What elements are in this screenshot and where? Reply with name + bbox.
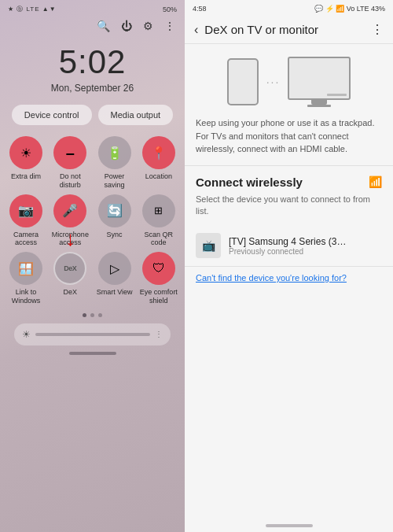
- settings-icon[interactable]: ⚙: [143, 20, 153, 32]
- back-button[interactable]: ‹: [194, 23, 198, 37]
- monitor-illustration: [288, 57, 351, 100]
- brightness-track: [35, 333, 151, 336]
- connect-wirelessly-section-header: Connect wirelessly 📶: [185, 166, 393, 194]
- eye-comfort-shield-label: Eye comfort shield: [139, 288, 178, 305]
- left-status-icons: ★ ⓑ LTE ▲▼: [8, 5, 57, 13]
- tile-dex[interactable]: ↓ DeX DeX: [50, 252, 90, 305]
- left-battery: 50%: [163, 6, 177, 13]
- camera-access-label: Camera access: [6, 231, 46, 248]
- tile-power-saving[interactable]: 🔋 Power saving: [95, 136, 134, 190]
- top-icons-row: 🔍 ⏻ ⚙ ⋮: [0, 17, 185, 35]
- power-saving-label: Power saving: [95, 172, 134, 190]
- device-name: [TV] Samsung 4 Series (3…: [229, 236, 382, 247]
- power-icon[interactable]: ⏻: [121, 20, 132, 32]
- dot-2: [90, 313, 94, 317]
- location-label: Location: [145, 172, 172, 181]
- right-status-bar: 4:58 💬 ⚡ 📶 Vo LTE 43%: [185, 0, 393, 16]
- home-bar: [69, 352, 116, 355]
- page-title: DeX on TV or monitor: [204, 23, 371, 36]
- tile-do-not-disturb[interactable]: – Do not disturb: [50, 136, 90, 190]
- sync-label: Sync: [107, 231, 123, 239]
- time-display: 5:02: [59, 43, 127, 81]
- do-not-disturb-label: Do not disturb: [50, 172, 90, 190]
- device-item[interactable]: 📺 [TV] Samsung 4 Series (3… Previously c…: [185, 225, 393, 266]
- tile-scan-qr[interactable]: ⊞ Scan QR code: [139, 194, 178, 248]
- monitor-illustration-wrap: [288, 57, 351, 107]
- extra-dim-icon: ☀: [9, 136, 42, 169]
- dex-label: DeX: [64, 288, 78, 297]
- connect-wirelessly-title: Connect wirelessly: [196, 175, 303, 189]
- tile-link-to-windows[interactable]: 🪟 Link to Windows: [6, 252, 46, 305]
- dot-1: [83, 313, 86, 317]
- action-buttons-row: Device control Media output: [12, 105, 173, 125]
- do-not-disturb-icon: –: [53, 136, 86, 169]
- connect-section-desc: Select the device you want to connect to…: [185, 194, 393, 226]
- scan-qr-label: Scan QR code: [139, 231, 178, 248]
- location-icon: 📍: [142, 136, 175, 169]
- connection-dots: ···: [266, 76, 281, 88]
- dex-icon: DeX: [53, 252, 86, 285]
- extra-dim-label: Extra dim: [11, 172, 41, 181]
- quick-tiles-grid: ☀ Extra dim – Do not disturb 🔋 Power sav…: [0, 136, 185, 305]
- dot-3: [98, 313, 102, 317]
- brightness-icon: ☀: [22, 329, 31, 340]
- page-dots: [83, 313, 102, 317]
- power-saving-icon: 🔋: [98, 136, 131, 169]
- right-header: ‹ DeX on TV or monitor ⋮: [185, 16, 393, 44]
- link-to-windows-label: Link to Windows: [6, 288, 46, 305]
- more-icon[interactable]: ⋮: [164, 20, 175, 32]
- right-status-icons: 💬 ⚡ 📶 Vo LTE 43%: [314, 5, 385, 13]
- left-status-bar: ★ ⓑ LTE ▲▼ 50%: [0, 0, 185, 17]
- wifi-icon: 📶: [369, 175, 382, 188]
- tile-eye-comfort-shield[interactable]: 🛡 Eye comfort shield: [139, 252, 178, 305]
- dex-illustration: ···: [185, 44, 393, 113]
- tile-extra-dim[interactable]: ☀ Extra dim: [6, 136, 46, 190]
- header-more-icon[interactable]: ⋮: [371, 22, 384, 37]
- sync-icon: 🔄: [98, 194, 131, 227]
- search-icon[interactable]: 🔍: [97, 20, 110, 32]
- right-time: 4:58: [193, 5, 207, 13]
- smart-view-icon: ▷: [98, 252, 131, 285]
- device-icon: 📺: [196, 233, 221, 258]
- red-arrow-icon: ↓: [65, 227, 75, 251]
- tile-camera-access[interactable]: 📷 Camera access: [6, 194, 46, 248]
- camera-access-icon: 📷: [9, 194, 42, 227]
- tile-sync[interactable]: 🔄 Sync: [95, 194, 134, 248]
- device-control-button[interactable]: Device control: [12, 105, 92, 125]
- date-display: Mon, September 26: [51, 83, 134, 94]
- spacer: [185, 294, 393, 524]
- monitor-bar: [327, 94, 347, 96]
- right-panel: 4:58 💬 ⚡ 📶 Vo LTE 43% ‹ DeX on TV or mon…: [185, 0, 393, 532]
- device-info: [TV] Samsung 4 Series (3… Previously con…: [229, 236, 382, 256]
- left-panel: ★ ⓑ LTE ▲▼ 50% 🔍 ⏻ ⚙ ⋮ 5:02 Mon, Septemb…: [0, 0, 185, 532]
- home-bar-right: [266, 524, 313, 527]
- brightness-bar[interactable]: ☀ ⋮: [14, 323, 171, 345]
- description-text: Keep using your phone or use it as a tra…: [185, 113, 393, 165]
- link-to-windows-icon: 🪟: [9, 252, 42, 285]
- find-device-link[interactable]: Can't find the device you're looking for…: [185, 267, 393, 294]
- monitor-base: [307, 105, 331, 107]
- tile-location[interactable]: 📍 Location: [139, 136, 178, 190]
- media-output-button[interactable]: Media output: [98, 105, 174, 125]
- scan-qr-icon: ⊞: [142, 194, 175, 227]
- tile-smart-view[interactable]: ▷ Smart View: [95, 252, 134, 305]
- device-status: Previously connected: [229, 247, 382, 256]
- eye-comfort-shield-icon: 🛡: [142, 252, 175, 285]
- brightness-more-icon: ⋮: [155, 330, 163, 338]
- smart-view-label: Smart View: [97, 288, 133, 297]
- microphone-access-icon: 🎤: [53, 194, 86, 227]
- phone-illustration: [227, 58, 259, 105]
